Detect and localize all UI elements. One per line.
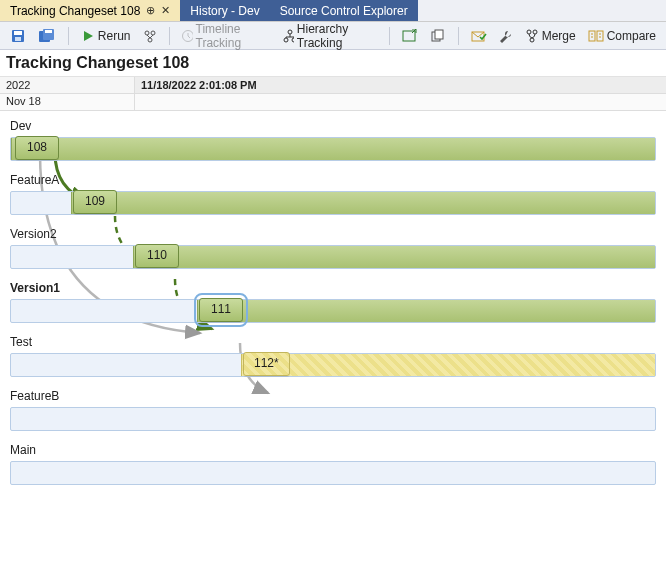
svg-rect-22 — [597, 31, 603, 41]
svg-rect-2 — [15, 37, 21, 41]
branch-row-featurea: FeatureA 109 — [0, 171, 666, 215]
branch-lane[interactable]: 110 — [10, 245, 656, 269]
svg-point-18 — [527, 30, 531, 34]
copy-button[interactable] — [426, 27, 450, 45]
branch-lane[interactable]: 111 — [10, 299, 656, 323]
timeline-timestamp: 11/18/2022 2:01:08 PM — [135, 77, 666, 94]
changeset-node-112[interactable]: 112* — [243, 352, 290, 376]
save-button[interactable] — [6, 26, 30, 46]
merge-label: Merge — [542, 29, 576, 43]
changeset-node-109[interactable]: 109 — [73, 190, 117, 214]
changeset-node-111[interactable]: 111 — [199, 298, 243, 322]
timeline-day: Nov 18 — [0, 94, 135, 111]
tab-label: Source Control Explorer — [280, 4, 408, 18]
close-icon[interactable]: ✕ — [161, 4, 170, 17]
branch-lane[interactable]: 108 — [10, 137, 656, 161]
tab-label: Tracking Changeset 108 — [10, 4, 140, 18]
branch-label: Main — [0, 441, 666, 459]
branch-label: Version2 — [0, 225, 666, 243]
branch-lane[interactable] — [10, 407, 656, 431]
branch-label: Dev — [0, 117, 666, 135]
changeset-node-110[interactable]: 110 — [135, 244, 179, 268]
branch-label: Version1 — [0, 279, 666, 297]
tab-history-dev[interactable]: History - Dev — [180, 0, 269, 21]
svg-point-10 — [183, 30, 193, 41]
svg-point-11 — [288, 30, 292, 34]
tab-source-control-explorer[interactable]: Source Control Explorer — [270, 0, 418, 21]
svg-point-8 — [151, 31, 155, 35]
hierarchy-tracking-label: Hierarchy Tracking — [297, 22, 377, 50]
branch-lane[interactable]: 112* — [10, 353, 656, 377]
branch-icon — [143, 29, 157, 43]
timeline-year: 2022 — [0, 77, 135, 94]
timeline-subheader: Nov 18 — [0, 94, 666, 111]
timeline-tracking-label: Timeline Tracking — [196, 22, 271, 50]
hierarchy-tracking-button[interactable]: Hierarchy Tracking — [279, 20, 381, 52]
expand-icon — [402, 29, 418, 43]
timeline-header: 2022 11/18/2022 2:01:08 PM — [0, 76, 666, 94]
branch-label: FeatureB — [0, 387, 666, 405]
branch-row-dev: Dev 108 — [0, 117, 666, 161]
branch-label: Test — [0, 333, 666, 351]
toolbar-separator — [389, 27, 390, 45]
copy-icon — [430, 29, 446, 43]
compare-button[interactable]: Compare — [584, 27, 660, 45]
save-all-button[interactable] — [34, 26, 60, 46]
compare-icon — [588, 29, 604, 43]
svg-point-20 — [530, 38, 534, 42]
svg-point-7 — [145, 31, 149, 35]
toolbar: Rerun Timeline Tracking Hierarchy Tracki… — [0, 22, 666, 50]
branch-lane[interactable]: 109 — [10, 191, 656, 215]
timeline-tracking-button[interactable]: Timeline Tracking — [177, 20, 274, 52]
svg-rect-16 — [435, 30, 443, 39]
wrench-icon — [499, 29, 513, 43]
rerun-button[interactable]: Rerun — [77, 27, 135, 45]
svg-rect-5 — [45, 30, 52, 33]
branch-picker-button[interactable] — [139, 27, 161, 45]
page-title: Tracking Changeset 108 — [0, 50, 666, 76]
options-button[interactable] — [495, 27, 517, 45]
timeline-tracks: Dev 108 FeatureA 109 Version2 110 Versio… — [0, 111, 666, 485]
compare-label: Compare — [607, 29, 656, 43]
expand-button[interactable] — [398, 27, 422, 45]
document-tabs: Tracking Changeset 108 ⊕ ✕ History - Dev… — [0, 0, 666, 22]
merge-button[interactable]: Merge — [521, 27, 580, 45]
svg-point-19 — [533, 30, 537, 34]
svg-point-13 — [292, 38, 294, 42]
save-all-icon — [38, 28, 56, 44]
tab-tracking-changeset[interactable]: Tracking Changeset 108 ⊕ ✕ — [0, 0, 180, 21]
branch-row-version1: Version1 111 — [0, 279, 666, 323]
svg-point-12 — [284, 38, 288, 42]
toolbar-separator — [458, 27, 459, 45]
merge-icon — [525, 29, 539, 43]
tab-label: History - Dev — [190, 4, 259, 18]
branch-row-featureb: FeatureB — [0, 387, 666, 431]
branch-row-test: Test 112* — [0, 333, 666, 377]
save-icon — [10, 28, 26, 44]
svg-rect-1 — [14, 31, 22, 35]
toolbar-separator — [169, 27, 170, 45]
play-icon — [81, 29, 95, 43]
changeset-node-108[interactable]: 108 — [15, 136, 59, 160]
svg-marker-6 — [84, 31, 93, 41]
envelope-check-icon — [471, 29, 487, 43]
rerun-label: Rerun — [98, 29, 131, 43]
hierarchy-icon — [283, 29, 294, 43]
branch-row-main: Main — [0, 441, 666, 485]
pin-icon[interactable]: ⊕ — [146, 4, 155, 17]
svg-rect-21 — [589, 31, 595, 41]
svg-point-9 — [148, 38, 152, 42]
branch-label: FeatureA — [0, 171, 666, 189]
branch-lane[interactable] — [10, 461, 656, 485]
clock-icon — [181, 29, 192, 43]
toolbar-separator — [68, 27, 69, 45]
check-button[interactable] — [467, 27, 491, 45]
branch-row-version2: Version2 110 — [0, 225, 666, 269]
